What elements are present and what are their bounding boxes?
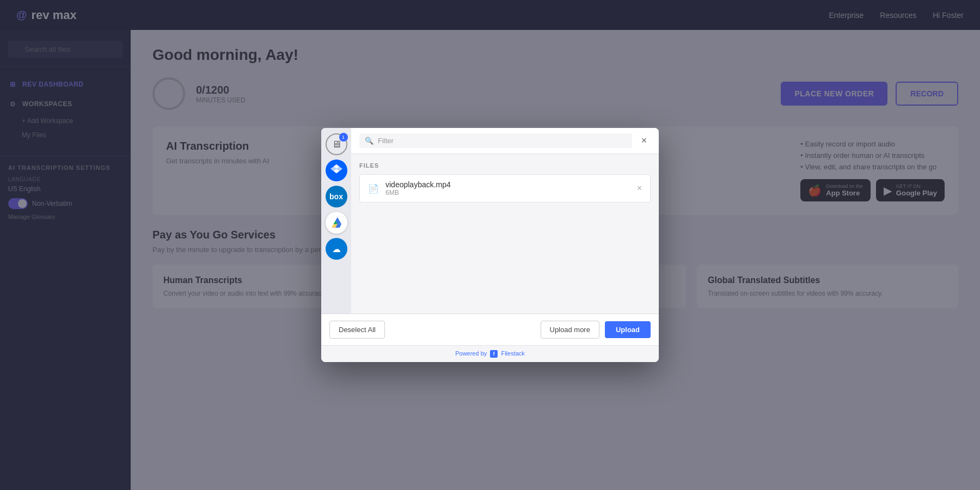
modal-computer-btn[interactable]: 🖥 1 xyxy=(326,133,347,155)
modal-search-bar: 🔍 Filter xyxy=(359,133,632,148)
filestack-logo-icon: f xyxy=(490,350,498,358)
modal-powered-by: Powered by f Filestack xyxy=(321,345,659,362)
modal-filter-text: Filter xyxy=(378,137,627,145)
modal-files-section: FILES 📄 videoplayback.mp4 6MB × xyxy=(351,154,659,314)
file-size: 6MB xyxy=(385,189,630,197)
files-section-label: FILES xyxy=(359,162,651,169)
modal-inner: 🖥 1 box xyxy=(321,128,659,314)
modal-overlay[interactable]: 🖥 1 box xyxy=(0,0,980,490)
modal-search-icon: 🔍 xyxy=(365,137,373,145)
upload-more-button[interactable]: Upload more xyxy=(541,321,599,339)
svg-text:f: f xyxy=(493,352,495,357)
deselect-all-button[interactable]: Deselect All xyxy=(329,321,385,339)
modal-onedrive-btn[interactable]: ☁ xyxy=(326,238,347,260)
file-remove-button[interactable]: × xyxy=(637,183,642,193)
modal-close-button[interactable]: × xyxy=(638,134,651,148)
upload-button[interactable]: Upload xyxy=(605,321,651,338)
computer-icon: 🖥 xyxy=(332,139,341,150)
modal-main: 🔍 Filter × FILES 📄 videoplayback.mp4 6MB xyxy=(351,128,659,314)
modal-sidebar: 🖥 1 box xyxy=(321,128,351,314)
powered-by-label: Powered by xyxy=(455,350,487,357)
modal-gdrive-btn[interactable] xyxy=(326,212,347,234)
modal-dropbox-btn[interactable] xyxy=(326,160,347,181)
badge-count: 1 xyxy=(339,133,348,142)
file-item: 📄 videoplayback.mp4 6MB × xyxy=(359,174,651,203)
file-name: videoplayback.mp4 xyxy=(385,180,630,189)
modal-header: 🔍 Filter × xyxy=(351,128,659,154)
gdrive-icon xyxy=(330,217,342,229)
box-icon: box xyxy=(329,192,343,201)
modal-footer: Deselect All Upload more Upload xyxy=(321,314,659,345)
file-info: videoplayback.mp4 6MB xyxy=(385,180,630,197)
dropbox-icon xyxy=(330,163,342,177)
file-icon: 📄 xyxy=(368,183,379,194)
onedrive-icon: ☁ xyxy=(332,244,341,254)
modal-box-btn[interactable]: box xyxy=(326,186,347,207)
upload-modal: 🖥 1 box xyxy=(321,128,659,362)
powered-service-name: Filestack xyxy=(501,350,524,357)
